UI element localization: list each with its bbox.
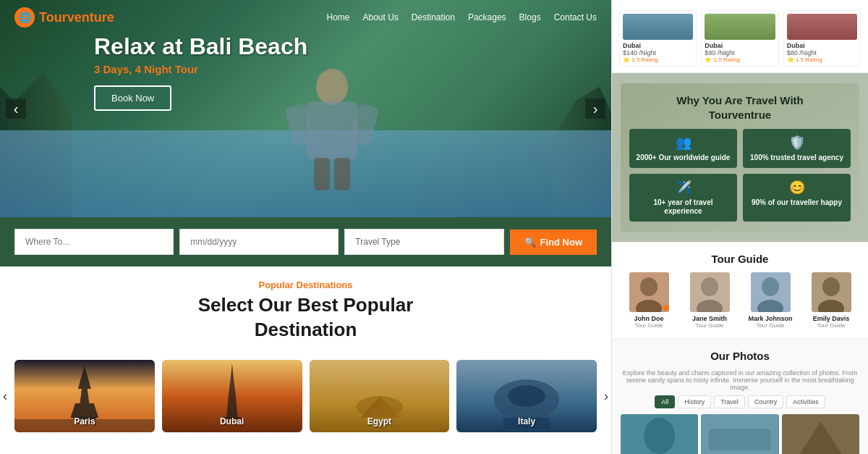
hero-arrow-right[interactable]: › [585, 98, 605, 119]
hero-title: Relax at Bali Beach [94, 33, 307, 60]
photo-bg-2 [701, 414, 778, 454]
why-item-1: 👥 2000+ Our worldwide guide [629, 129, 737, 168]
photo-thumb-1[interactable] [621, 414, 698, 454]
hero-content: Relax at Bali Beach 3 Days, 4 Night Tour… [94, 33, 307, 111]
guide-av2-bg [690, 272, 730, 312]
why-item-2: 🛡️ 100% trusted travel agency [743, 129, 851, 168]
price-card-thumb-1 [623, 14, 693, 40]
svg-point-31 [822, 277, 840, 296]
nav-blogs[interactable]: Blogs [519, 12, 541, 22]
travel-type-select[interactable]: Travel Type Adventure Beach Cultural [344, 229, 503, 255]
nav-destination[interactable]: Destination [412, 12, 455, 22]
guide-card-3[interactable]: Mark Johnson Tour Guide [742, 272, 799, 329]
popular-title: Select Our Best Popular Destination [14, 293, 597, 342]
price-card-name-2: Dubai [705, 42, 775, 49]
why-title: Why You Are Travel WithTourventrue [629, 93, 851, 122]
why-grid: 👥 2000+ Our worldwide guide 🛡️ 100% trus… [629, 129, 851, 222]
search-icon: 🔍 [524, 237, 536, 248]
price-card-thumb-2 [705, 14, 775, 40]
nav-links: Home About Us Destination Packages Blogs… [326, 12, 597, 22]
experience-icon: ✈️ [635, 180, 731, 196]
dubai-label: Dubai [220, 416, 244, 426]
tour-guide-title: Tour Guide [621, 253, 859, 265]
nav-home[interactable]: Home [326, 12, 349, 22]
worldwide-guide-icon: 👥 [635, 135, 731, 151]
dest-card-dubai[interactable]: Dubai [162, 360, 302, 432]
guide-card-1[interactable]: John Doe Tour Guide [621, 272, 677, 329]
guide-online-dot-1 [663, 305, 669, 311]
price-card-2[interactable]: Dubai $90 /Night ⭐ 1.5 Rating [701, 10, 778, 67]
why-item-title-1: 2000+ Our worldwide guide [635, 154, 731, 162]
nav-about[interactable]: About Us [363, 12, 399, 22]
svg-point-22 [640, 277, 658, 296]
date-input[interactable] [179, 229, 339, 255]
paris-label: Paris [74, 416, 95, 426]
photo-bg-3 [782, 414, 859, 454]
guide-avatar-3 [751, 272, 791, 312]
where-to-input[interactable] [14, 229, 174, 255]
price-card-rating-3: ⭐ 1.5 Rating [787, 56, 857, 63]
guide-avatar-2 [690, 272, 730, 312]
photo-tab-all[interactable]: All [655, 395, 675, 408]
book-now-button[interactable]: Book Now [94, 85, 171, 111]
why-item-4: 😊 90% of our traveller happy [743, 174, 851, 222]
top-destination-prices: Dubai $140 /Night ⭐ 1.5 Rating Dubai $90… [612, 0, 868, 73]
photos-title: Our Photos [621, 350, 859, 362]
price-card-1[interactable]: Dubai $140 /Night ⭐ 1.5 Rating [619, 10, 697, 67]
guide-name-2: Jane Smith [681, 315, 738, 322]
logo-icon: 🌐 [14, 7, 35, 28]
dest-card-paris[interactable]: Paris [14, 360, 155, 432]
svg-rect-5 [334, 158, 350, 190]
price-card-name-1: Dubai [623, 42, 693, 49]
photo-tab-country[interactable]: Country [748, 395, 784, 408]
price-card-price-1: $140 /Night [623, 49, 693, 56]
svg-point-19 [508, 385, 545, 407]
guide-name-3: Mark Johnson [742, 315, 799, 322]
popular-section: Popular Destinations Select Our Best Pop… [0, 266, 611, 351]
photo-tab-history[interactable]: History [678, 395, 711, 408]
photos-description: Explore the beauty and charm captured in… [621, 369, 859, 391]
guide-name-1: John Doe [621, 315, 677, 322]
guide-name-4: Emily Davis [803, 315, 859, 322]
happy-icon: 😊 [749, 180, 845, 196]
dest-arrow-left[interactable]: ‹ [3, 388, 7, 403]
nav-contact[interactable]: Contact Us [554, 12, 597, 22]
nav-packages[interactable]: Packages [468, 12, 506, 22]
svg-point-0 [316, 69, 348, 105]
guide-grid: John Doe Tour Guide Jane Smith Tour Guid… [621, 272, 859, 329]
left-panel: 🌐 Tourventure Home About Us Destination … [0, 0, 611, 454]
right-panel: Dubai $140 /Night ⭐ 1.5 Rating Dubai $90… [611, 0, 868, 454]
hero-arrow-left[interactable]: ‹ [6, 98, 26, 119]
photo-tab-travel[interactable]: Travel [714, 395, 745, 408]
price-card-price-2: $90 /Night [705, 49, 775, 56]
dest-arrow-right[interactable]: › [604, 388, 608, 403]
photo-thumb-3[interactable] [782, 414, 859, 454]
why-item-title-2: 100% trusted travel agency [749, 154, 845, 162]
photo-bg-1 [621, 414, 698, 454]
dest-card-egypt[interactable]: Egypt [310, 360, 450, 432]
photo-tab-activities[interactable]: Activities [786, 395, 825, 408]
guide-av3-bg [751, 272, 791, 312]
dest-card-italy[interactable]: Italy [456, 360, 597, 432]
why-travel-section: Why You Are Travel WithTourventrue 👥 200… [612, 73, 868, 242]
photo-thumb-2[interactable] [701, 414, 778, 454]
guide-avatar-4 [812, 272, 851, 312]
italy-label: Italy [518, 416, 535, 426]
price-card-list: Dubai $140 /Night ⭐ 1.5 Rating Dubai $90… [619, 10, 861, 67]
hero-section: 🌐 Tourventure Home About Us Destination … [0, 0, 611, 217]
hero-subtitle: 3 Days, 4 Night Tour [94, 63, 307, 75]
guide-card-2[interactable]: Jane Smith Tour Guide [681, 272, 738, 329]
guide-card-4[interactable]: Emily Davis Tour Guide [803, 272, 859, 329]
find-now-button[interactable]: 🔍 Find Now [510, 230, 597, 255]
price-card-3[interactable]: Dubai $80 /Night ⭐ 1.5 Rating [783, 10, 861, 67]
price-card-price-3: $80 /Night [787, 49, 857, 56]
egypt-label: Egypt [367, 416, 391, 426]
guide-av4-bg [812, 272, 851, 312]
tour-guide-section: Tour Guide John Doe Tour Guide [612, 242, 868, 339]
svg-point-34 [644, 418, 675, 454]
guide-role-2: Tour Guide [681, 322, 738, 329]
brand-logo: 🌐 Tourventure [14, 7, 114, 28]
svg-rect-4 [314, 158, 330, 190]
popular-label: Popular Destinations [14, 279, 597, 290]
trusted-agency-icon: 🛡️ [749, 135, 845, 151]
